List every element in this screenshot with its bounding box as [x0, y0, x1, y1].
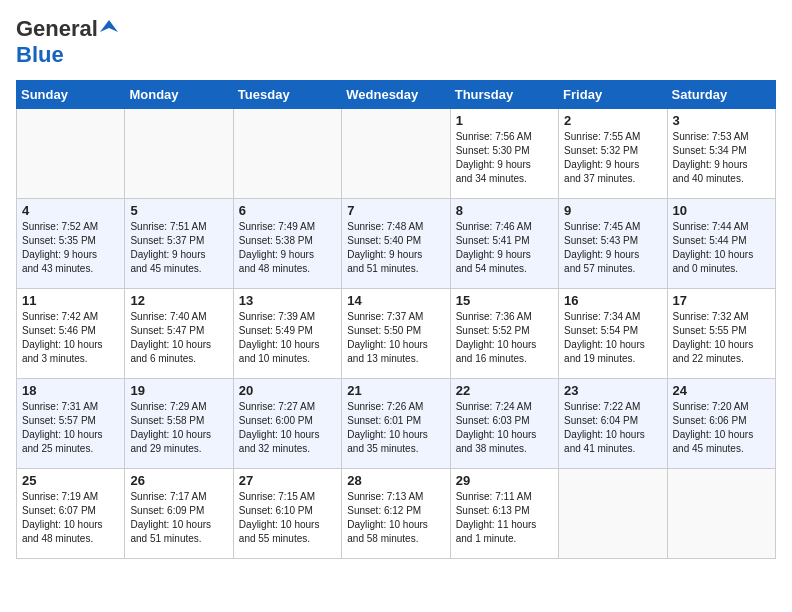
- calendar-cell: 7Sunrise: 7:48 AM Sunset: 5:40 PM Daylig…: [342, 199, 450, 289]
- calendar-cell: 4Sunrise: 7:52 AM Sunset: 5:35 PM Daylig…: [17, 199, 125, 289]
- day-header-saturday: Saturday: [667, 81, 775, 109]
- day-number: 20: [239, 383, 336, 398]
- day-info: Sunrise: 7:26 AM Sunset: 6:01 PM Dayligh…: [347, 400, 444, 456]
- day-number: 10: [673, 203, 770, 218]
- day-info: Sunrise: 7:24 AM Sunset: 6:03 PM Dayligh…: [456, 400, 553, 456]
- day-info: Sunrise: 7:56 AM Sunset: 5:30 PM Dayligh…: [456, 130, 553, 186]
- calendar-table: SundayMondayTuesdayWednesdayThursdayFrid…: [16, 80, 776, 559]
- calendar-cell: 16Sunrise: 7:34 AM Sunset: 5:54 PM Dayli…: [559, 289, 667, 379]
- day-info: Sunrise: 7:39 AM Sunset: 5:49 PM Dayligh…: [239, 310, 336, 366]
- week-row-2: 4Sunrise: 7:52 AM Sunset: 5:35 PM Daylig…: [17, 199, 776, 289]
- calendar-cell: 9Sunrise: 7:45 AM Sunset: 5:43 PM Daylig…: [559, 199, 667, 289]
- week-row-4: 18Sunrise: 7:31 AM Sunset: 5:57 PM Dayli…: [17, 379, 776, 469]
- day-number: 28: [347, 473, 444, 488]
- page-header: General Blue: [16, 16, 776, 68]
- day-info: Sunrise: 7:32 AM Sunset: 5:55 PM Dayligh…: [673, 310, 770, 366]
- calendar-cell: [667, 469, 775, 559]
- calendar-header-row: SundayMondayTuesdayWednesdayThursdayFrid…: [17, 81, 776, 109]
- logo-blue: Blue: [16, 42, 64, 67]
- day-number: 29: [456, 473, 553, 488]
- day-info: Sunrise: 7:37 AM Sunset: 5:50 PM Dayligh…: [347, 310, 444, 366]
- day-info: Sunrise: 7:11 AM Sunset: 6:13 PM Dayligh…: [456, 490, 553, 546]
- day-number: 16: [564, 293, 661, 308]
- week-row-3: 11Sunrise: 7:42 AM Sunset: 5:46 PM Dayli…: [17, 289, 776, 379]
- day-info: Sunrise: 7:53 AM Sunset: 5:34 PM Dayligh…: [673, 130, 770, 186]
- calendar-cell: 26Sunrise: 7:17 AM Sunset: 6:09 PM Dayli…: [125, 469, 233, 559]
- week-row-1: 1Sunrise: 7:56 AM Sunset: 5:30 PM Daylig…: [17, 109, 776, 199]
- calendar-cell: 27Sunrise: 7:15 AM Sunset: 6:10 PM Dayli…: [233, 469, 341, 559]
- calendar-cell: 5Sunrise: 7:51 AM Sunset: 5:37 PM Daylig…: [125, 199, 233, 289]
- calendar-cell: 1Sunrise: 7:56 AM Sunset: 5:30 PM Daylig…: [450, 109, 558, 199]
- calendar-cell: [17, 109, 125, 199]
- day-info: Sunrise: 7:36 AM Sunset: 5:52 PM Dayligh…: [456, 310, 553, 366]
- day-info: Sunrise: 7:49 AM Sunset: 5:38 PM Dayligh…: [239, 220, 336, 276]
- day-info: Sunrise: 7:42 AM Sunset: 5:46 PM Dayligh…: [22, 310, 119, 366]
- day-number: 26: [130, 473, 227, 488]
- day-info: Sunrise: 7:15 AM Sunset: 6:10 PM Dayligh…: [239, 490, 336, 546]
- day-number: 19: [130, 383, 227, 398]
- calendar-cell: 12Sunrise: 7:40 AM Sunset: 5:47 PM Dayli…: [125, 289, 233, 379]
- day-info: Sunrise: 7:44 AM Sunset: 5:44 PM Dayligh…: [673, 220, 770, 276]
- day-number: 8: [456, 203, 553, 218]
- calendar-cell: 25Sunrise: 7:19 AM Sunset: 6:07 PM Dayli…: [17, 469, 125, 559]
- day-info: Sunrise: 7:51 AM Sunset: 5:37 PM Dayligh…: [130, 220, 227, 276]
- calendar-cell: 8Sunrise: 7:46 AM Sunset: 5:41 PM Daylig…: [450, 199, 558, 289]
- day-number: 27: [239, 473, 336, 488]
- calendar-cell: 6Sunrise: 7:49 AM Sunset: 5:38 PM Daylig…: [233, 199, 341, 289]
- day-number: 7: [347, 203, 444, 218]
- calendar-cell: 21Sunrise: 7:26 AM Sunset: 6:01 PM Dayli…: [342, 379, 450, 469]
- calendar-cell: 2Sunrise: 7:55 AM Sunset: 5:32 PM Daylig…: [559, 109, 667, 199]
- day-header-thursday: Thursday: [450, 81, 558, 109]
- logo: General Blue: [16, 16, 118, 68]
- calendar-cell: 3Sunrise: 7:53 AM Sunset: 5:34 PM Daylig…: [667, 109, 775, 199]
- day-info: Sunrise: 7:31 AM Sunset: 5:57 PM Dayligh…: [22, 400, 119, 456]
- day-number: 12: [130, 293, 227, 308]
- calendar-cell: 29Sunrise: 7:11 AM Sunset: 6:13 PM Dayli…: [450, 469, 558, 559]
- calendar-cell: [125, 109, 233, 199]
- day-number: 23: [564, 383, 661, 398]
- calendar-cell: [342, 109, 450, 199]
- svg-marker-0: [100, 20, 118, 32]
- day-number: 11: [22, 293, 119, 308]
- logo-bird-icon: [100, 18, 118, 36]
- calendar-cell: 24Sunrise: 7:20 AM Sunset: 6:06 PM Dayli…: [667, 379, 775, 469]
- day-info: Sunrise: 7:34 AM Sunset: 5:54 PM Dayligh…: [564, 310, 661, 366]
- day-header-friday: Friday: [559, 81, 667, 109]
- calendar-cell: 10Sunrise: 7:44 AM Sunset: 5:44 PM Dayli…: [667, 199, 775, 289]
- calendar-cell: [559, 469, 667, 559]
- calendar-cell: 17Sunrise: 7:32 AM Sunset: 5:55 PM Dayli…: [667, 289, 775, 379]
- day-number: 6: [239, 203, 336, 218]
- day-number: 13: [239, 293, 336, 308]
- logo-general: General: [16, 16, 98, 42]
- day-number: 15: [456, 293, 553, 308]
- calendar-cell: 28Sunrise: 7:13 AM Sunset: 6:12 PM Dayli…: [342, 469, 450, 559]
- day-number: 18: [22, 383, 119, 398]
- day-info: Sunrise: 7:13 AM Sunset: 6:12 PM Dayligh…: [347, 490, 444, 546]
- day-number: 2: [564, 113, 661, 128]
- day-number: 24: [673, 383, 770, 398]
- calendar-cell: 13Sunrise: 7:39 AM Sunset: 5:49 PM Dayli…: [233, 289, 341, 379]
- day-info: Sunrise: 7:27 AM Sunset: 6:00 PM Dayligh…: [239, 400, 336, 456]
- day-info: Sunrise: 7:40 AM Sunset: 5:47 PM Dayligh…: [130, 310, 227, 366]
- calendar-cell: 20Sunrise: 7:27 AM Sunset: 6:00 PM Dayli…: [233, 379, 341, 469]
- day-info: Sunrise: 7:52 AM Sunset: 5:35 PM Dayligh…: [22, 220, 119, 276]
- day-number: 5: [130, 203, 227, 218]
- calendar-cell: [233, 109, 341, 199]
- day-info: Sunrise: 7:45 AM Sunset: 5:43 PM Dayligh…: [564, 220, 661, 276]
- calendar-cell: 18Sunrise: 7:31 AM Sunset: 5:57 PM Dayli…: [17, 379, 125, 469]
- day-header-tuesday: Tuesday: [233, 81, 341, 109]
- day-header-wednesday: Wednesday: [342, 81, 450, 109]
- calendar-cell: 19Sunrise: 7:29 AM Sunset: 5:58 PM Dayli…: [125, 379, 233, 469]
- day-header-monday: Monday: [125, 81, 233, 109]
- day-info: Sunrise: 7:55 AM Sunset: 5:32 PM Dayligh…: [564, 130, 661, 186]
- day-number: 1: [456, 113, 553, 128]
- day-number: 25: [22, 473, 119, 488]
- day-info: Sunrise: 7:19 AM Sunset: 6:07 PM Dayligh…: [22, 490, 119, 546]
- day-info: Sunrise: 7:17 AM Sunset: 6:09 PM Dayligh…: [130, 490, 227, 546]
- day-number: 14: [347, 293, 444, 308]
- day-number: 22: [456, 383, 553, 398]
- day-number: 4: [22, 203, 119, 218]
- day-info: Sunrise: 7:46 AM Sunset: 5:41 PM Dayligh…: [456, 220, 553, 276]
- day-number: 21: [347, 383, 444, 398]
- day-header-sunday: Sunday: [17, 81, 125, 109]
